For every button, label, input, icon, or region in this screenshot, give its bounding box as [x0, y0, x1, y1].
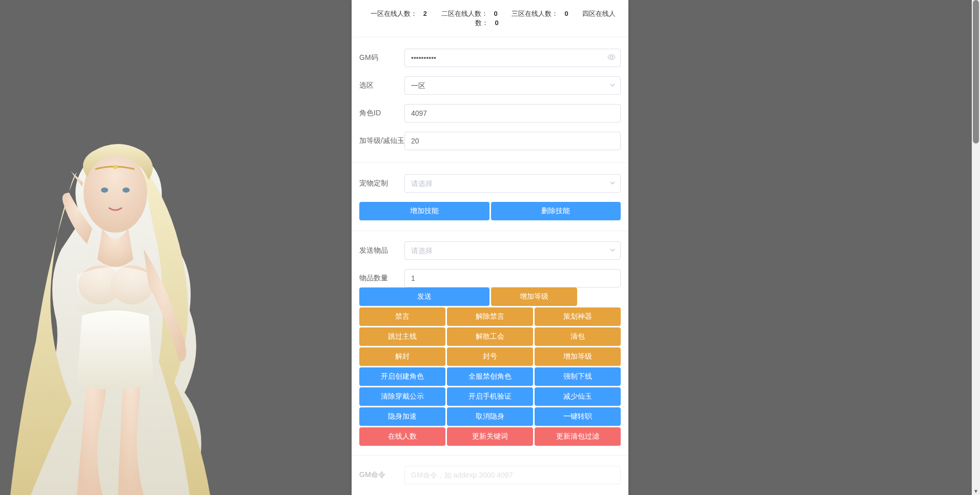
scroll-down-icon[interactable]: ▼ [972, 487, 980, 495]
role-id-input[interactable] [404, 104, 621, 122]
send-item-label: 发送物品 [359, 246, 404, 255]
online-count-button[interactable]: 在线人数 [359, 427, 445, 446]
gm-command-input[interactable] [404, 466, 621, 484]
gm-code-label: GM码 [359, 53, 404, 63]
designer-artifact-button[interactable]: 策划神器 [535, 307, 621, 326]
cancel-stealth-button[interactable]: 取消隐身 [447, 407, 533, 426]
scrollbar[interactable]: ▲ ▼ [972, 0, 980, 495]
add-level-top-button[interactable]: 增加等级 [491, 287, 578, 306]
ban-button[interactable]: 封号 [447, 347, 533, 366]
mute-button[interactable]: 禁言 [359, 307, 445, 326]
disband-guild-button[interactable]: 解散工会 [447, 327, 533, 346]
update-clearbag-filter-button[interactable]: 更新清包过滤 [535, 427, 621, 446]
scrollbar-thumb[interactable] [973, 0, 979, 143]
eye-icon[interactable] [607, 53, 616, 63]
unmute-button[interactable]: 解除禁言 [447, 307, 533, 326]
gm-command-label: GM命令 [359, 470, 404, 480]
send-button[interactable]: 发送 [359, 287, 489, 306]
role-id-label: 角色ID [359, 109, 404, 118]
svg-point-5 [113, 165, 117, 169]
background-character-image [0, 126, 220, 495]
unban-button[interactable]: 解封 [359, 347, 445, 366]
zone1-label: 一区在线人数：2 [368, 10, 430, 17]
level-jade-input[interactable] [404, 132, 621, 150]
admin-panel: 一区在线人数：2 二区在线人数：0 三区在线人数：0 四区在线人数：0 GM码 … [352, 0, 628, 495]
send-item-select[interactable] [404, 241, 621, 260]
add-skill-button[interactable]: 增加技能 [359, 202, 489, 220]
clear-bag-button[interactable]: 清包 [535, 327, 621, 346]
svg-point-2 [122, 188, 130, 193]
svg-point-1 [101, 188, 108, 193]
clear-wear-display-button[interactable]: 清除穿戴公示 [359, 387, 445, 406]
enable-phone-verify-button[interactable]: 开启手机验证 [447, 387, 533, 406]
add-level-button[interactable]: 增加等级 [535, 347, 621, 366]
delete-skill-button[interactable]: 删除技能 [491, 202, 621, 220]
reduce-jade-button[interactable]: 减少仙玉 [535, 387, 621, 406]
pet-custom-select[interactable] [404, 174, 621, 193]
online-count-header: 一区在线人数：2 二区在线人数：0 三区在线人数：0 四区在线人数：0 [352, 0, 628, 37]
update-keyword-button[interactable]: 更新关键词 [447, 427, 533, 446]
svg-point-0 [84, 153, 147, 233]
force-offline-button[interactable]: 强制下线 [535, 367, 621, 386]
one-click-transfer-button[interactable]: 一键转职 [535, 407, 621, 426]
stealth-speed-button[interactable]: 隐身加速 [359, 407, 445, 426]
zone3-label: 三区在线人数：0 [508, 10, 571, 17]
level-jade-label: 加等级/减仙玉 [359, 136, 404, 146]
zone-label: 选区 [359, 81, 404, 90]
svg-point-3 [78, 265, 121, 304]
pet-custom-label: 宠物定制 [359, 179, 404, 188]
svg-point-6 [610, 56, 613, 58]
gm-code-input[interactable] [404, 49, 621, 67]
skip-main-button[interactable]: 跳过主线 [359, 327, 445, 346]
item-count-input[interactable] [404, 269, 621, 287]
zone-select[interactable] [404, 76, 621, 95]
svg-point-4 [111, 265, 154, 304]
enable-create-role-button[interactable]: 开启创建角色 [359, 367, 445, 386]
zone2-label: 二区在线人数：0 [438, 10, 501, 17]
item-count-label: 物品数量 [359, 274, 404, 283]
disable-create-role-button[interactable]: 全服禁创角色 [447, 367, 533, 386]
